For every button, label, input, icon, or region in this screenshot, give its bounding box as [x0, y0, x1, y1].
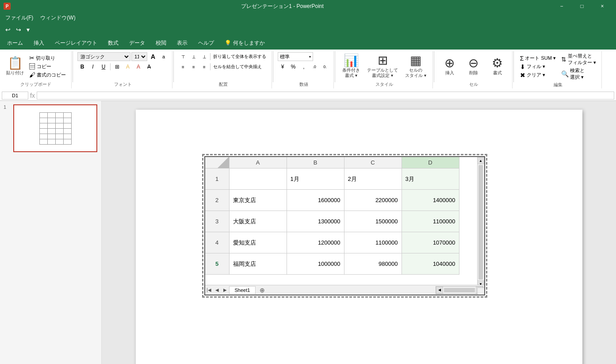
row-header-2[interactable]: 2 [205, 190, 230, 211]
cell-d5[interactable]: 1040000 [402, 253, 459, 275]
cell-c2[interactable]: 2200000 [344, 190, 402, 211]
scroll-up-button[interactable]: ▲ [477, 157, 484, 164]
scroll-left-button[interactable]: ◀ [436, 287, 443, 294]
horizontal-scrollbar[interactable]: ◀ ▶ [436, 286, 483, 294]
bold-button[interactable]: B [77, 62, 87, 71]
table-format-button[interactable]: ⊞ テーブルとして書式設定 ▾ [364, 53, 401, 80]
fill-color-button[interactable]: A [123, 62, 133, 71]
tab-data[interactable]: データ [124, 36, 150, 50]
percent-button[interactable]: % [288, 62, 298, 71]
cut-button[interactable]: ✂切り取り [27, 54, 68, 62]
tab-help[interactable]: ヘルプ [193, 36, 219, 50]
format-copy-button[interactable]: 🖌書式のコピー [27, 71, 68, 79]
thousand-button[interactable]: , [299, 62, 309, 71]
underline-button[interactable]: U [99, 62, 108, 71]
add-sheet-button[interactable]: ⊕ [258, 286, 266, 294]
tab-home[interactable]: ホーム [2, 36, 28, 50]
find-select-button[interactable]: 🔍検索と選択 ▾ [559, 67, 598, 81]
sheet-nav-prev[interactable]: ◀ [213, 286, 221, 294]
scroll-thumb-vertical[interactable] [478, 165, 483, 280]
vertical-scrollbar[interactable]: ▲ ▼ [477, 157, 484, 287]
align-center-button[interactable]: ≡ [189, 62, 199, 71]
align-left-button[interactable]: ≡ [178, 62, 188, 71]
row-header-3[interactable]: 3 [205, 211, 230, 232]
close-button[interactable]: × [592, 0, 612, 12]
tab-formula[interactable]: 数式 [103, 36, 124, 50]
cell-d1[interactable]: 3月 [402, 169, 459, 190]
cell-d4[interactable]: 1070000 [402, 232, 459, 253]
sheet-tab-1[interactable]: Sheet1 [229, 286, 256, 294]
col-header-b[interactable]: B [287, 157, 344, 169]
col-header-a[interactable]: A [230, 157, 287, 169]
decrease-decimal-button[interactable]: 0. [320, 62, 330, 71]
cell-d3[interactable]: 1100000 [402, 211, 459, 232]
cell-a2[interactable]: 東京支店 [230, 190, 287, 211]
cell-b2[interactable]: 1600000 [287, 190, 344, 211]
number-format-selector[interactable]: 標準 ▾ [278, 52, 313, 61]
paste-button[interactable]: 📋 貼り付け [4, 55, 27, 77]
scroll-thumb-horizontal[interactable] [444, 288, 475, 292]
menu-window[interactable]: ウィンドウ(W) [37, 12, 79, 23]
cell-b1[interactable]: 1月 [287, 169, 344, 190]
tab-page-layout[interactable]: ページレイアウト [50, 36, 103, 50]
align-middle-button[interactable]: ⊥ [189, 52, 199, 61]
tab-review[interactable]: 校閲 [150, 36, 172, 50]
row-header-5[interactable]: 5 [205, 253, 230, 275]
row-header-1[interactable]: 1 [205, 169, 230, 190]
sheet-nav-first[interactable]: |◀ [205, 286, 213, 294]
font-color-button[interactable]: A [134, 62, 143, 71]
col-header-d[interactable]: D [402, 157, 459, 169]
formula-input[interactable] [37, 92, 614, 100]
qa-dropdown[interactable]: ▾ [25, 25, 31, 34]
col-header-c[interactable]: C [344, 157, 402, 169]
font-grow-button[interactable]: A [148, 52, 158, 61]
align-bottom-button[interactable]: ⊥ [199, 52, 209, 61]
clear-button[interactable]: ✖クリア ▾ [518, 71, 558, 79]
strikethrough-button[interactable]: A̶ [144, 62, 154, 71]
cell-a5[interactable]: 福岡支店 [230, 253, 287, 275]
slide-thumbnail[interactable]: 1 [4, 104, 98, 152]
menu-file[interactable]: ファイル(F) [2, 12, 37, 23]
slide-preview[interactable] [13, 104, 97, 152]
conditional-format-button[interactable]: 📊 条件付き書式 ▾ [340, 53, 363, 80]
cell-b5[interactable]: 1000000 [287, 253, 344, 275]
cell-c3[interactable]: 1500000 [344, 211, 402, 232]
tab-view[interactable]: 表示 [172, 36, 193, 50]
italic-button[interactable]: I [88, 62, 98, 71]
restore-button[interactable]: □ [572, 0, 592, 12]
merge-center-button[interactable]: セルを結合して中央揃え [211, 63, 264, 70]
format-cells-button[interactable]: ⚙ 書式 [486, 55, 509, 77]
wrap-text-button[interactable]: 折り返して全体を表示する [211, 53, 268, 60]
undo-button[interactable]: ↩ [4, 25, 12, 34]
font-size-selector[interactable]: 11 [131, 52, 147, 61]
autosum-button[interactable]: Σオート SUM ▾ [518, 54, 558, 62]
cell-d2[interactable]: 1400000 [402, 190, 459, 211]
tab-search[interactable]: 💡何をしますか [219, 36, 270, 50]
align-top-button[interactable]: ⊤ [178, 52, 188, 61]
name-box[interactable] [2, 92, 28, 100]
border-button[interactable]: ⊞ [112, 62, 122, 71]
cell-c4[interactable]: 1100000 [344, 232, 402, 253]
cell-b4[interactable]: 1200000 [287, 232, 344, 253]
redo-button[interactable]: ↪ [14, 25, 23, 34]
font-shrink-button[interactable]: a [159, 52, 168, 61]
insert-cells-button[interactable]: ⊕ 挿入 [439, 55, 461, 77]
cell-a3[interactable]: 大阪支店 [230, 211, 287, 232]
row-header-4[interactable]: 4 [205, 232, 230, 253]
cell-c1[interactable]: 2月 [344, 169, 402, 190]
cell-b3[interactable]: 1300000 [287, 211, 344, 232]
excel-embed[interactable]: A B C D 1 1月 2月 3月 2 [204, 156, 485, 295]
font-family-selector[interactable]: 游ゴシック [77, 52, 130, 61]
tab-insert[interactable]: 挿入 [28, 36, 50, 50]
minimize-button[interactable]: − [551, 0, 572, 12]
sort-filter-button[interactable]: ⇅並べ替えとフィルター ▾ [559, 52, 598, 66]
fill-button[interactable]: ⬇フィル ▾ [518, 63, 558, 71]
cell-a1[interactable] [230, 169, 287, 190]
cell-style-button[interactable]: ▦ セルのスタイル ▾ [402, 53, 429, 80]
increase-decimal-button[interactable]: .0 [310, 62, 319, 71]
currency-button[interactable]: ¥ [278, 62, 287, 71]
sheet-nav-next[interactable]: ▶ [221, 286, 229, 294]
cell-a4[interactable]: 愛知支店 [230, 232, 287, 253]
align-right-button[interactable]: ≡ [199, 62, 209, 71]
copy-button[interactable]: ⿳コピー [27, 62, 68, 70]
